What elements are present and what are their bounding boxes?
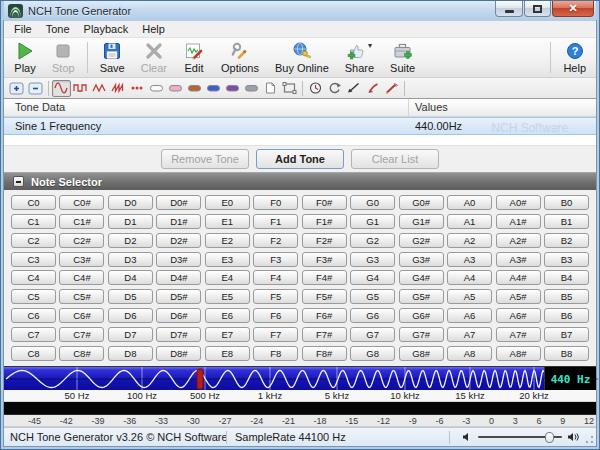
note-button-a7[interactable]: A7 (447, 327, 492, 342)
note-button-a3[interactable]: A3 (447, 252, 492, 267)
note-button-a5sharp[interactable]: A5# (496, 289, 541, 304)
loop-button[interactable] (325, 80, 344, 97)
menu-help[interactable]: Help (135, 22, 172, 36)
note-button-e1[interactable]: E1 (205, 214, 250, 229)
note-button-a5[interactable]: A5 (447, 289, 492, 304)
note-button-d5[interactable]: D5 (108, 289, 153, 304)
note-button-g1[interactable]: G1 (350, 214, 395, 229)
note-button-c3[interactable]: C3 (11, 252, 56, 267)
frequency-slider[interactable]: 440 Hz (4, 366, 596, 390)
file-tone-button[interactable] (261, 80, 280, 97)
note-button-a2sharp[interactable]: A2# (496, 233, 541, 248)
note-button-f6sharp[interactable]: F6# (302, 308, 347, 323)
note-button-a4[interactable]: A4 (447, 270, 492, 285)
note-button-d2[interactable]: D2 (108, 233, 153, 248)
fade-button[interactable] (363, 80, 382, 97)
note-button-g4sharp[interactable]: G4# (399, 270, 444, 285)
note-button-f7[interactable]: F7 (253, 327, 298, 342)
note-button-a7sharp[interactable]: A7# (496, 327, 541, 342)
note-button-c6sharp[interactable]: C6# (59, 308, 104, 323)
note-button-g0sharp[interactable]: G0# (399, 195, 444, 210)
note-button-d1[interactable]: D1 (108, 214, 153, 229)
note-button-a8[interactable]: A8 (447, 346, 492, 361)
tone-square-button[interactable] (71, 80, 90, 97)
marker-button[interactable] (280, 80, 299, 97)
column-header-tone-data[interactable]: Tone Data (4, 99, 409, 116)
note-button-c4[interactable]: C4 (11, 270, 56, 285)
toolbar-button-save[interactable]: Save (92, 39, 133, 76)
note-button-d2sharp[interactable]: D2# (156, 233, 201, 248)
tone-impulse-button[interactable] (128, 80, 147, 97)
note-button-g3[interactable]: G3 (350, 252, 395, 267)
note-button-b2[interactable]: B2 (544, 233, 589, 248)
note-button-f8[interactable]: F8 (253, 346, 298, 361)
tone-sawtooth-button[interactable] (109, 80, 128, 97)
note-button-f5[interactable]: F5 (253, 289, 298, 304)
note-button-c8[interactable]: C8 (11, 346, 56, 361)
noise-brown-button[interactable] (185, 80, 204, 97)
note-button-d4[interactable]: D4 (108, 270, 153, 285)
note-button-e4[interactable]: E4 (205, 270, 250, 285)
note-button-b7[interactable]: B7 (544, 327, 589, 342)
note-button-c0sharp[interactable]: C0# (59, 195, 104, 210)
draw-button[interactable] (382, 80, 401, 97)
note-button-a6[interactable]: A6 (447, 308, 492, 323)
toolbar-button-help[interactable]: ?Help (555, 39, 594, 76)
note-button-c2[interactable]: C2 (11, 233, 56, 248)
tone-sine-button[interactable] (52, 80, 71, 97)
sweep-button[interactable] (344, 80, 363, 97)
title-bar[interactable]: NCH Tone Generator ✕ (4, 1, 596, 21)
note-button-a1[interactable]: A1 (447, 214, 492, 229)
frequency-wave-display[interactable] (4, 367, 598, 391)
note-button-d5sharp[interactable]: D5# (156, 289, 201, 304)
note-button-f5sharp[interactable]: F5# (302, 289, 347, 304)
note-button-c2sharp[interactable]: C2# (59, 233, 104, 248)
note-button-c8sharp[interactable]: C8# (59, 346, 104, 361)
note-button-c6[interactable]: C6 (11, 308, 56, 323)
note-button-b5[interactable]: B5 (544, 289, 589, 304)
note-button-d4sharp[interactable]: D4# (156, 270, 201, 285)
duration-button[interactable] (306, 80, 325, 97)
note-button-c1sharp[interactable]: C1# (59, 214, 104, 229)
note-button-g8sharp[interactable]: G8# (399, 346, 444, 361)
note-button-f7sharp[interactable]: F7# (302, 327, 347, 342)
note-button-c4sharp[interactable]: C4# (59, 270, 104, 285)
note-button-d6[interactable]: D6 (108, 308, 153, 323)
note-button-f0sharp[interactable]: F0# (302, 195, 347, 210)
add-tone-button[interactable]: Add Tone (256, 149, 344, 169)
note-button-d6sharp[interactable]: D6# (156, 308, 201, 323)
note-button-f4[interactable]: F4 (253, 270, 298, 285)
toolbar-button-share[interactable]: ▾Share (337, 39, 382, 76)
volume-slider[interactable] (478, 436, 562, 438)
note-button-a1sharp[interactable]: A1# (496, 214, 541, 229)
zoom-out-button[interactable] (26, 80, 45, 97)
noise-pink-button[interactable] (166, 80, 185, 97)
resize-grip[interactable] (582, 432, 595, 445)
menu-file[interactable]: File (7, 22, 39, 36)
volume-slider-thumb[interactable] (545, 432, 554, 443)
note-button-e6[interactable]: E6 (205, 308, 250, 323)
note-button-a0sharp[interactable]: A0# (496, 195, 541, 210)
note-button-d8sharp[interactable]: D8# (156, 346, 201, 361)
note-button-e8[interactable]: E8 (205, 346, 250, 361)
note-button-g7sharp[interactable]: G7# (399, 327, 444, 342)
menu-tone[interactable]: Tone (39, 22, 77, 36)
note-button-e2[interactable]: E2 (205, 233, 250, 248)
collapse-button[interactable] (13, 176, 24, 187)
noise-blue-button[interactable] (204, 80, 223, 97)
toolbar-button-buy-online[interactable]: Buy Online (267, 39, 337, 76)
note-button-d1sharp[interactable]: D1# (156, 214, 201, 229)
maximize-button[interactable] (524, 1, 551, 17)
note-button-c7[interactable]: C7 (11, 327, 56, 342)
note-button-g3sharp[interactable]: G3# (399, 252, 444, 267)
note-button-f1[interactable]: F1 (253, 214, 298, 229)
note-button-a8sharp[interactable]: A8# (496, 346, 541, 361)
note-button-b6[interactable]: B6 (544, 308, 589, 323)
note-button-b1[interactable]: B1 (544, 214, 589, 229)
speaker-high-icon[interactable] (568, 432, 581, 442)
note-button-f3[interactable]: F3 (253, 252, 298, 267)
note-button-b3[interactable]: B3 (544, 252, 589, 267)
note-button-d3sharp[interactable]: D3# (156, 252, 201, 267)
note-button-a2[interactable]: A2 (447, 233, 492, 248)
note-button-g4[interactable]: G4 (350, 270, 395, 285)
